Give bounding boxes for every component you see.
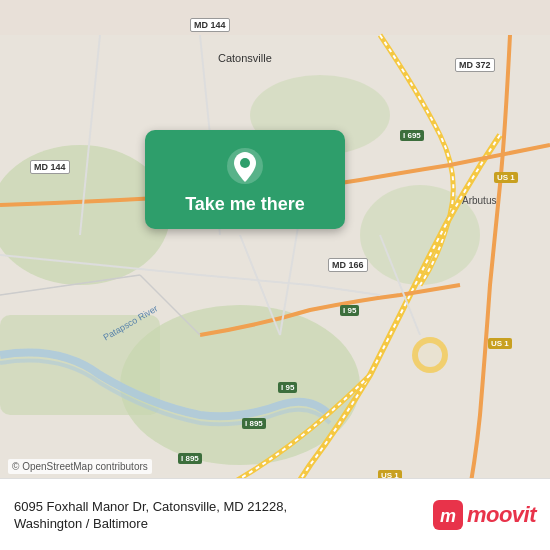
attribution: © OpenStreetMap contributors — [8, 459, 152, 474]
i895-b-label: I 895 — [178, 453, 202, 464]
map-container: Catonsville Arbutus MD 144 MD 144 MD 372… — [0, 0, 550, 550]
address-block: 6095 Foxhall Manor Dr, Catonsville, MD 2… — [14, 498, 287, 531]
take-me-there-card[interactable]: Take me there — [145, 130, 345, 229]
moovit-logo: m moovit — [433, 500, 536, 530]
md144-w-label: MD 144 — [30, 160, 70, 174]
svg-text:m: m — [440, 506, 456, 526]
svg-point-17 — [418, 343, 442, 367]
location-pin-icon — [223, 144, 267, 188]
md166-label: MD 166 — [328, 258, 368, 272]
svg-point-19 — [240, 158, 250, 168]
md372-label: MD 372 — [455, 58, 495, 72]
i95-bot-label: I 95 — [278, 382, 297, 393]
moovit-m-icon: m — [433, 500, 463, 530]
i895-label: I 895 — [242, 418, 266, 429]
address-line1: 6095 Foxhall Manor Dr, Catonsville, MD 2… — [14, 498, 287, 516]
md144-nw-label: MD 144 — [190, 18, 230, 32]
info-bar: 6095 Foxhall Manor Dr, Catonsville, MD 2… — [0, 478, 550, 550]
catonsville-label: Catonsville — [218, 52, 272, 64]
i95-mid-label: I 95 — [340, 305, 359, 316]
arbutus-label: Arbutus — [462, 195, 496, 206]
i695-label: I 695 — [400, 130, 424, 141]
us1-mid-label: US 1 — [488, 338, 512, 349]
us1-top-label: US 1 — [494, 172, 518, 183]
moovit-text: moovit — [467, 502, 536, 528]
take-me-there-button[interactable]: Take me there — [185, 194, 305, 215]
address-line2: Washington / Baltimore — [14, 516, 287, 531]
